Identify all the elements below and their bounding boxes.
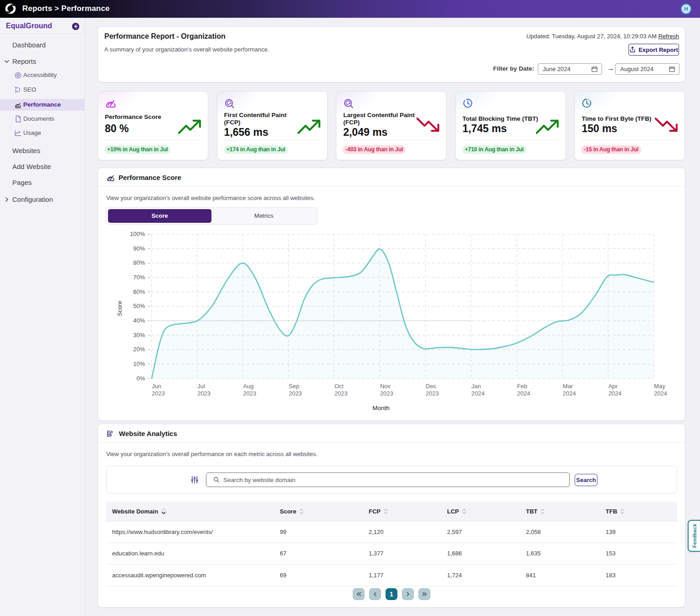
svg-text:40%: 40% xyxy=(133,317,145,324)
svg-text:Jan: Jan xyxy=(471,383,481,390)
svg-text:Sep: Sep xyxy=(289,383,299,390)
svg-text:Nov: Nov xyxy=(380,383,391,390)
svg-text:Dec: Dec xyxy=(426,383,437,390)
svg-text:2023: 2023 xyxy=(380,390,393,397)
svg-text:2023: 2023 xyxy=(152,390,165,397)
svg-text:May: May xyxy=(654,383,665,390)
svg-text:2024: 2024 xyxy=(654,390,667,397)
svg-text:90%: 90% xyxy=(133,245,145,252)
svg-text:2023: 2023 xyxy=(197,390,211,397)
svg-text:2023: 2023 xyxy=(243,390,256,397)
svg-text:60%: 60% xyxy=(133,288,145,295)
svg-text:2024: 2024 xyxy=(517,390,530,397)
svg-text:Month: Month xyxy=(372,405,390,411)
svg-text:80%: 80% xyxy=(133,259,145,266)
svg-text:2023: 2023 xyxy=(426,390,439,397)
svg-text:2024: 2024 xyxy=(471,390,484,397)
svg-text:Mar: Mar xyxy=(563,383,573,390)
svg-text:Score: Score xyxy=(116,301,123,316)
svg-text:50%: 50% xyxy=(133,303,145,309)
svg-text:2023: 2023 xyxy=(289,390,302,397)
svg-text:30%: 30% xyxy=(133,332,145,339)
svg-text:100%: 100% xyxy=(130,231,145,237)
svg-text:2023: 2023 xyxy=(335,390,348,397)
svg-text:2024: 2024 xyxy=(608,390,622,397)
svg-text:2024: 2024 xyxy=(563,390,576,397)
svg-text:Oct: Oct xyxy=(335,383,344,390)
svg-text:20%: 20% xyxy=(133,346,145,353)
svg-text:10%: 10% xyxy=(133,360,145,367)
svg-text:70%: 70% xyxy=(133,274,145,281)
svg-text:Jun: Jun xyxy=(152,383,161,390)
svg-text:Jul: Jul xyxy=(197,383,205,390)
svg-text:Aug: Aug xyxy=(243,383,253,390)
svg-text:Apr: Apr xyxy=(608,383,618,390)
svg-text:Feb: Feb xyxy=(517,383,527,390)
svg-text:0%: 0% xyxy=(137,375,145,382)
